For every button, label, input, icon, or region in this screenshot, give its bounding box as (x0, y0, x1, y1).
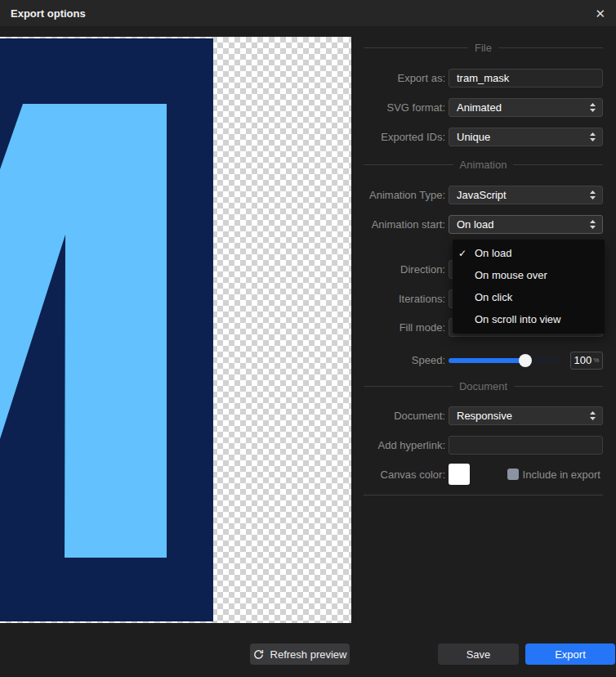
speed-unit: % (593, 356, 599, 364)
direction-label: Direction: (351, 263, 445, 276)
animation-type-value: JavaScript (457, 189, 507, 201)
animation-start-label: Animation start: (351, 218, 445, 231)
row-animation-start: Animation start: On load (351, 215, 603, 234)
exported-ids-label: Exported IDs: (351, 131, 445, 143)
dialog-title: Export options (11, 7, 86, 20)
preview-artwork (0, 37, 351, 623)
row-exported-ids: Exported IDs: Unique (351, 128, 603, 146)
section-header-document: Document (364, 380, 603, 392)
section-header-animation: Animation (364, 159, 603, 170)
document-select[interactable]: Responsive (449, 406, 603, 425)
refresh-preview-label: Refresh preview (270, 648, 347, 661)
add-hyperlink-label: Add hyperlink: (351, 439, 445, 451)
row-animation-type: Animation Type: JavaScript (351, 186, 603, 204)
menu-item-on-load[interactable]: ✓ On load (453, 242, 605, 264)
select-spinner-icon (589, 190, 596, 200)
speed-value-box[interactable]: 100 % (570, 352, 603, 370)
checkmark-icon: ✓ (458, 248, 470, 259)
select-spinner-icon (589, 102, 596, 113)
speed-slider-fill (449, 358, 525, 363)
include-in-export-checkbox[interactable] (507, 469, 519, 480)
animation-start-menu: ✓ On load On mouse over On click On scro… (453, 240, 605, 334)
svg-format-select[interactable]: Animated (449, 98, 603, 117)
row-speed: Speed: 100 % (351, 351, 603, 370)
include-in-export-label: Include in export (523, 469, 600, 481)
exported-ids-select[interactable]: Unique (449, 128, 603, 146)
row-document: Document: Responsive (351, 406, 603, 425)
menu-item-on-scroll-into-view[interactable]: On scroll into view (453, 308, 605, 330)
export-as-input[interactable] (449, 69, 603, 87)
speed-slider[interactable] (449, 354, 560, 367)
menu-item-label: On scroll into view (475, 313, 560, 325)
iterations-label: Iterations: (351, 293, 445, 305)
export-as-label: Export as: (351, 72, 445, 84)
speed-label: Speed: (351, 354, 445, 366)
select-spinner-icon (589, 219, 596, 230)
menu-item-label: On load (475, 247, 512, 259)
section-header-document-label: Document (459, 380, 507, 392)
speed-value: 100 (574, 354, 592, 366)
dialog-titlebar: Export options ✕ (0, 0, 616, 26)
row-add-hyperlink: Add hyperlink: (351, 436, 603, 455)
canvas-color-swatch[interactable] (449, 464, 470, 485)
section-header-file-label: File (475, 42, 492, 54)
animation-type-select[interactable]: JavaScript (449, 186, 603, 204)
menu-item-on-click[interactable]: On click (453, 286, 605, 308)
refresh-preview-button[interactable]: Refresh preview (250, 643, 350, 665)
animation-start-select[interactable]: On load (449, 215, 603, 234)
fill-mode-label: Fill mode: (351, 321, 445, 334)
save-label: Save (466, 648, 491, 661)
save-button[interactable]: Save (438, 643, 519, 665)
export-label: Export (555, 648, 586, 661)
include-in-export-group: Include in export (507, 469, 603, 481)
row-canvas-color: Canvas color: Include in export (351, 464, 603, 485)
canvas-color-label: Canvas color: (351, 469, 445, 481)
svg-format-value: Animated (457, 101, 502, 114)
refresh-icon (253, 649, 264, 660)
exported-ids-value: Unique (457, 131, 490, 143)
document-value: Responsive (457, 410, 512, 422)
select-spinner-icon (589, 132, 596, 142)
speed-slider-thumb[interactable] (519, 354, 532, 367)
export-button[interactable]: Export (525, 643, 615, 665)
menu-item-on-mouse-over[interactable]: On mouse over (453, 264, 605, 286)
document-label: Document: (351, 410, 445, 422)
row-svg-format: SVG format: Animated (351, 98, 603, 117)
select-spinner-icon (589, 410, 596, 421)
section-header-animation-label: Animation (460, 159, 507, 171)
svg-format-label: SVG format: (351, 101, 445, 114)
animation-start-value: On load (457, 218, 494, 231)
close-icon[interactable]: ✕ (595, 7, 605, 20)
animation-type-label: Animation Type: (351, 189, 445, 201)
menu-item-label: On mouse over (475, 269, 547, 281)
row-export-as: Export as: (351, 69, 603, 87)
panel-divider (364, 495, 603, 495)
menu-item-label: On click (475, 291, 512, 303)
add-hyperlink-input[interactable] (449, 436, 603, 455)
section-header-file: File (364, 42, 603, 53)
export-preview-canvas (0, 37, 351, 623)
